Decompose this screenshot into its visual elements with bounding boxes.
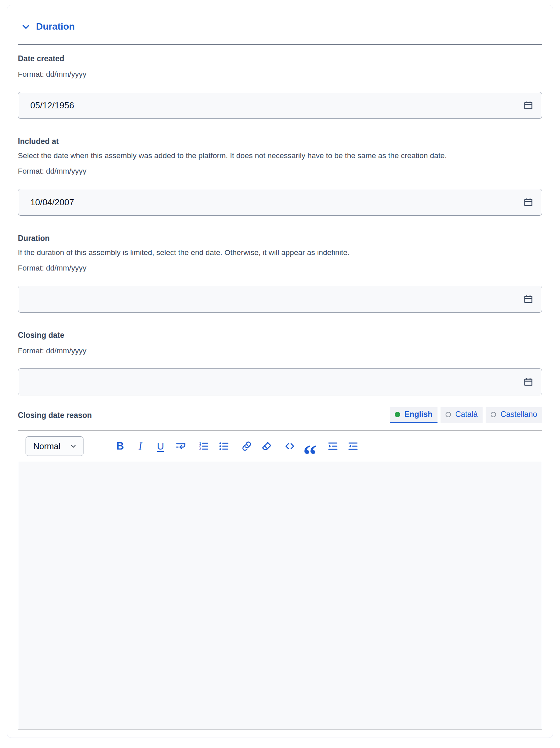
paragraph-style-select[interactable]: Normal [26,437,84,456]
bullet-list-button[interactable] [217,439,231,454]
closing-date-reason-header: Closing date reason English Català Caste… [18,407,542,423]
duration-description: If the duration of this assembly is limi… [18,245,542,260]
language-tab-label: English [404,410,433,419]
date-created-field [18,92,542,119]
italic-button[interactable]: I [133,439,147,454]
translation-complete-dot-icon [395,412,400,417]
date-created-label: Date created [18,53,542,64]
toolbar-group-indent [326,439,360,454]
language-tabs: English Català Castellano [390,407,542,423]
ordered-list-icon: 123 [198,441,209,451]
duration-input[interactable] [18,286,542,312]
chevron-down-icon [21,22,31,31]
bullet-list-icon [218,441,229,451]
section-divider [18,44,542,45]
language-tab-label: Català [455,410,477,419]
calendar-icon[interactable] [523,196,534,208]
code-icon [284,441,295,451]
calendar-icon[interactable] [523,100,534,111]
underline-icon: U [157,441,164,452]
toolbar-group-link [240,439,274,454]
outdent-icon [348,441,358,451]
eraser-icon [261,441,272,451]
closing-date-reason-editor-content[interactable] [18,462,542,729]
editor-toolbar: Normal B I U 123 [18,431,542,462]
duration-label: Duration [18,233,542,244]
included-at-field [18,189,542,216]
included-at-input[interactable] [18,189,542,216]
duration-field [18,286,542,312]
paragraph-style-value: Normal [33,442,61,451]
bold-button[interactable]: B [113,439,127,454]
language-tab-english[interactable]: English [390,407,438,423]
ordered-list-button[interactable]: 123 [196,439,211,454]
language-tab-castellano[interactable]: Castellano [486,407,542,423]
italic-icon: I [139,440,142,452]
calendar-icon[interactable] [523,294,534,305]
outdent-button[interactable] [346,439,360,454]
indent-button[interactable] [326,439,340,454]
code-button[interactable] [283,439,297,454]
blockquote-button[interactable]: “ [303,439,317,454]
toolbar-group-text-style: B I U [113,439,188,454]
toolbar-group-lists: 123 [196,439,231,454]
language-tab-catala[interactable]: Català [441,407,483,423]
closing-date-input[interactable] [18,369,542,395]
closing-date-field [18,369,542,395]
link-icon [241,441,252,451]
clear-formatting-button[interactable] [260,439,274,454]
included-at-format-hint: Format: dd/mm/yyyy [18,164,542,179]
included-at-label: Included at [18,136,542,147]
chevron-down-icon [70,442,77,450]
translation-empty-circle-icon [446,412,451,417]
link-button[interactable] [240,439,254,454]
closing-date-reason-label: Closing date reason [18,410,92,421]
indent-icon [327,441,338,451]
closing-date-format-hint: Format: dd/mm/yyyy [18,344,542,358]
line-break-icon [175,441,186,451]
closing-date-label: Closing date [18,329,542,341]
section-toggle[interactable]: Duration [21,20,542,33]
language-tab-label: Castellano [500,410,537,419]
included-at-description: Select the date when this assembly was a… [18,148,542,163]
svg-text:3: 3 [199,447,201,451]
duration-section-card: Duration Date created Format: dd/mm/yyyy… [7,5,553,738]
duration-format-hint: Format: dd/mm/yyyy [18,261,542,276]
toolbar-group-blocks: “ [283,439,317,454]
date-created-format-hint: Format: dd/mm/yyyy [18,67,542,82]
rich-text-editor: Normal B I U 123 [18,430,542,730]
section-title: Duration [36,21,75,32]
translation-empty-circle-icon [491,412,496,417]
line-break-button[interactable] [174,439,188,454]
calendar-icon[interactable] [523,376,534,388]
date-created-input[interactable] [18,92,542,119]
underline-button[interactable]: U [154,439,168,454]
bold-icon: B [116,440,124,452]
